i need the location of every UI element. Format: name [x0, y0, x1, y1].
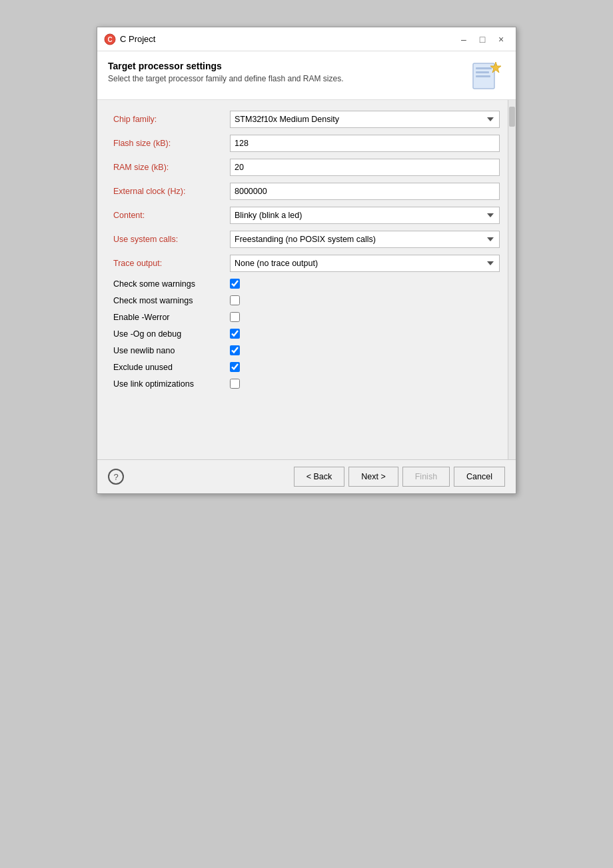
header-section: Target processor settings Select the tar…	[97, 51, 516, 100]
content-row: Content: Blinky (blink a led)EmptyHello …	[113, 207, 500, 224]
content-wrapper: Chip family: STM32f10x Medium DensitySTM…	[97, 100, 516, 459]
finish-button[interactable]: Finish	[402, 467, 450, 487]
use-og-on-debug-checkbox[interactable]	[230, 329, 240, 339]
enable-werror-label: Enable -Werror	[113, 313, 230, 322]
external-clock-label: External clock (Hz):	[113, 187, 230, 196]
use-newlib-nano-checkbox[interactable]	[230, 345, 240, 355]
external-clock-input[interactable]	[230, 183, 500, 200]
ram-size-row: RAM size (kB):	[113, 159, 500, 176]
chip-family-label: Chip family:	[113, 115, 230, 124]
check-most-warnings-checkbox[interactable]	[230, 295, 240, 305]
external-clock-row: External clock (Hz):	[113, 183, 500, 200]
use-og-on-debug-label: Use -Og on debug	[113, 329, 230, 339]
header-text: Target processor settings Select the tar…	[108, 61, 344, 83]
svg-rect-3	[476, 67, 492, 69]
ram-size-input[interactable]	[230, 159, 500, 176]
trace-output-select[interactable]: None (no trace output)SemihostingSWV	[230, 255, 500, 272]
check-some-warnings-checkbox[interactable]	[230, 279, 240, 289]
next-button[interactable]: Next >	[348, 467, 398, 487]
chip-family-select[interactable]: STM32f10x Medium DensitySTM32f10x High D…	[230, 111, 500, 128]
chip-family-row: Chip family: STM32f10x Medium DensitySTM…	[113, 111, 500, 128]
spacer	[113, 395, 500, 449]
use-link-optimizations-label: Use link optimizations	[113, 379, 230, 389]
flash-size-label: Flash size (kB):	[113, 139, 230, 148]
use-link-optimizations-row: Use link optimizations	[113, 379, 500, 389]
enable-werror-row: Enable -Werror	[113, 312, 500, 322]
system-calls-label: Use system calls:	[113, 235, 230, 244]
use-link-optimizations-checkbox[interactable]	[230, 379, 240, 389]
title-bar: C C Project – □ ×	[97, 27, 516, 51]
system-calls-row: Use system calls: Freestanding (no POSIX…	[113, 231, 500, 248]
system-calls-select[interactable]: Freestanding (no POSIX system calls)POSI…	[230, 231, 500, 248]
page-heading: Target processor settings	[108, 61, 344, 71]
trace-output-row: Trace output: None (no trace output)Semi…	[113, 255, 500, 272]
exclude-unused-row: Exclude unused	[113, 362, 500, 372]
use-newlib-nano-row: Use newlib nano	[113, 345, 500, 355]
use-og-on-debug-row: Use -Og on debug	[113, 329, 500, 339]
svg-text:C: C	[107, 36, 112, 43]
trace-output-label: Trace output:	[113, 259, 230, 268]
window-controls: – □ ×	[456, 31, 509, 47]
back-button[interactable]: < Back	[294, 467, 345, 487]
scrollbar-track	[508, 100, 516, 459]
check-most-warnings-row: Check most warnings	[113, 295, 500, 305]
help-button[interactable]: ?	[108, 469, 124, 485]
dialog-icon: C	[104, 33, 116, 45]
form-content: Chip family: STM32f10x Medium DensitySTM…	[97, 100, 516, 459]
maximize-button[interactable]: □	[474, 31, 490, 47]
check-some-warnings-label: Check some warnings	[113, 279, 230, 289]
enable-werror-checkbox[interactable]	[230, 312, 240, 322]
page-subtext: Select the target processor family and d…	[108, 74, 344, 83]
exclude-unused-label: Exclude unused	[113, 363, 230, 372]
content-label: Content:	[113, 211, 230, 220]
use-newlib-nano-label: Use newlib nano	[113, 346, 230, 355]
svg-rect-5	[476, 75, 490, 77]
dialog-title: C Project	[120, 34, 456, 44]
scrollbar-thumb[interactable]	[509, 107, 515, 127]
svg-rect-4	[476, 71, 489, 73]
footer-buttons: < Back Next > Finish Cancel	[294, 467, 505, 487]
close-button[interactable]: ×	[493, 31, 509, 47]
dialog-window: C C Project – □ × Target processor setti…	[97, 27, 516, 494]
flash-size-input[interactable]	[230, 135, 500, 152]
cancel-button[interactable]: Cancel	[454, 467, 505, 487]
ram-size-label: RAM size (kB):	[113, 163, 230, 172]
check-some-warnings-row: Check some warnings	[113, 279, 500, 289]
content-select[interactable]: Blinky (blink a led)EmptyHello World	[230, 207, 500, 224]
footer: ? < Back Next > Finish Cancel	[97, 459, 516, 493]
header-icon	[470, 61, 505, 90]
exclude-unused-checkbox[interactable]	[230, 362, 240, 372]
flash-size-row: Flash size (kB):	[113, 135, 500, 152]
minimize-button[interactable]: –	[456, 31, 472, 47]
check-most-warnings-label: Check most warnings	[113, 296, 230, 305]
